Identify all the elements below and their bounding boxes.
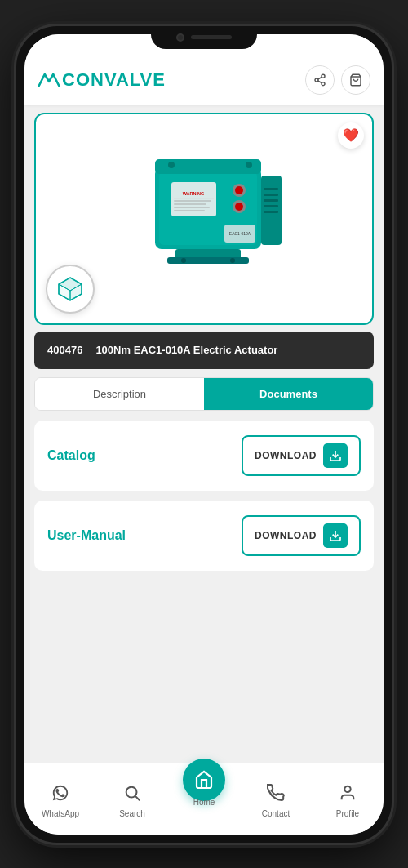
product-name: 100Nm EAC1-010A Electric Actuator (95, 343, 277, 358)
catalog-label: Catalog (47, 448, 95, 463)
svg-point-1 (315, 78, 318, 82)
nav-home[interactable]: Home (180, 759, 228, 807)
logo: CONVALVE (38, 69, 166, 91)
usermanual-download-button[interactable]: DOWNLOAD (242, 515, 361, 556)
svg-rect-30 (264, 205, 278, 207)
svg-point-0 (322, 74, 325, 78)
svg-line-4 (318, 77, 322, 79)
svg-point-21 (168, 162, 175, 168)
nav-whatsapp[interactable]: WhatsApp (36, 784, 85, 818)
product-title-bar: 400476 100Nm EAC1-010A Electric Actuator (34, 332, 374, 369)
tabs: Description Documents (34, 377, 374, 411)
svg-rect-13 (174, 200, 211, 202)
product-sku: 400476 (47, 344, 82, 356)
nav-search[interactable]: Search (108, 784, 157, 818)
catalog-download-label: DOWNLOAD (255, 450, 317, 461)
svg-point-20 (235, 203, 243, 211)
nav-home-label: Home (193, 798, 215, 807)
home-circle (183, 759, 225, 801)
svg-point-22 (246, 162, 252, 168)
3d-view-icon[interactable] (46, 265, 95, 314)
svg-point-18 (235, 186, 243, 194)
nav-profile[interactable]: Profile (323, 784, 372, 818)
profile-icon (339, 784, 357, 806)
logo-text: CONVALVE (62, 69, 166, 91)
catalog-row: Catalog DOWNLOAD (34, 421, 374, 491)
svg-rect-14 (174, 203, 206, 205)
content-area: Catalog DOWNLOAD User (24, 411, 384, 763)
nav-contact[interactable]: Contact (251, 784, 300, 818)
usermanual-download-label: DOWNLOAD (255, 530, 317, 541)
svg-point-2 (322, 82, 325, 85)
whatsapp-icon (51, 784, 69, 806)
nav-contact-label: Contact (262, 809, 290, 818)
nav-whatsapp-label: WhatsApp (42, 809, 79, 818)
usermanual-label: User-Manual (47, 528, 126, 543)
bottom-nav: WhatsApp Search (24, 763, 384, 835)
product-image-area: ❤️ WARNING (34, 113, 374, 325)
svg-line-3 (318, 81, 322, 83)
svg-line-41 (135, 796, 140, 800)
catalog-download-button[interactable]: DOWNLOAD (242, 435, 361, 476)
tab-documents[interactable]: Documents (204, 378, 373, 410)
svg-rect-8 (261, 176, 282, 245)
svg-rect-16 (174, 210, 205, 211)
phone-screen: CONVALVE (24, 34, 384, 835)
svg-point-42 (344, 786, 350, 791)
screen-content: CONVALVE (24, 34, 384, 835)
phone-notch (151, 26, 257, 49)
svg-rect-28 (264, 194, 278, 196)
contact-icon (267, 784, 285, 806)
header-actions (305, 65, 370, 95)
svg-rect-31 (264, 211, 278, 213)
nav-search-label: Search (119, 809, 145, 818)
svg-point-26 (230, 258, 235, 263)
phone-frame: CONVALVE (16, 26, 392, 843)
usermanual-download-icon (323, 523, 348, 548)
share-button[interactable] (305, 65, 335, 95)
logo-icon (38, 69, 60, 91)
favorite-button[interactable]: ❤️ (338, 122, 364, 149)
svg-rect-15 (174, 207, 210, 208)
camera (176, 33, 184, 42)
nav-profile-label: Profile (336, 809, 359, 818)
tab-description[interactable]: Description (35, 378, 204, 410)
search-icon (123, 784, 141, 806)
cart-button[interactable] (341, 65, 370, 95)
catalog-download-icon (323, 443, 348, 468)
svg-rect-29 (264, 199, 278, 202)
speaker (191, 35, 232, 39)
product-image: WARNING (110, 143, 298, 294)
svg-rect-27 (264, 188, 278, 190)
svg-point-25 (181, 258, 186, 263)
svg-text:WARNING: WARNING (183, 191, 205, 196)
svg-text:EAC1-010A: EAC1-010A (229, 231, 251, 236)
svg-rect-24 (167, 257, 249, 264)
svg-point-40 (126, 786, 137, 797)
usermanual-row: User-Manual DOWNLOAD (34, 501, 374, 571)
